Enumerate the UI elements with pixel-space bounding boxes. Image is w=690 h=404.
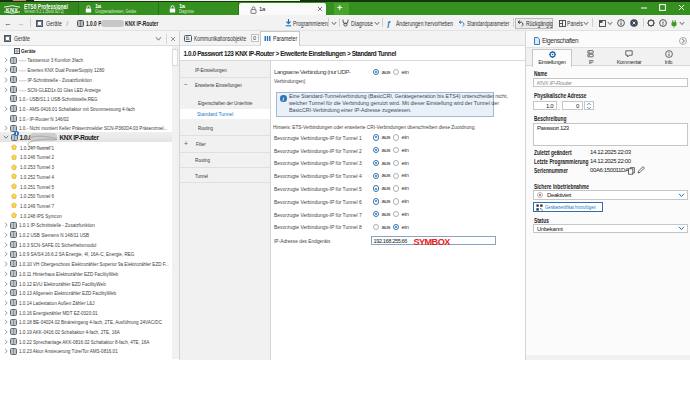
svg-text:KNX: KNX <box>6 6 18 12</box>
